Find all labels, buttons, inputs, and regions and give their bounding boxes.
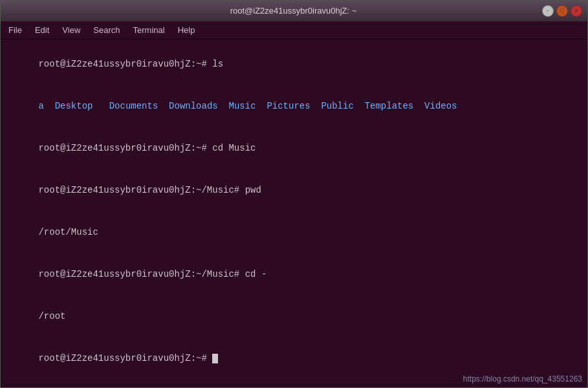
title-bar: root@iZ2ze41ussybr0iravu0hjZ: ~ – □ ✕ <box>1 1 587 21</box>
menu-item-file[interactable]: File <box>3 24 27 36</box>
prompt-1: root@iZ2ze41ussybr0iravu0hjZ:~# ls <box>38 59 223 69</box>
terminal-line-7: /root <box>6 296 582 338</box>
window-controls: – □ ✕ <box>542 5 582 17</box>
terminal-line-5: /root/Music <box>6 211 582 253</box>
terminal-window: root@iZ2ze41ussybr0iravu0hjZ: ~ – □ ✕ Fi… <box>0 0 588 388</box>
menu-item-edit[interactable]: Edit <box>30 24 54 36</box>
maximize-button[interactable]: □ <box>556 5 568 17</box>
prompt-3: root@iZ2ze41ussybr0iravu0hjZ:~# cd Music <box>38 143 256 153</box>
ls-item-public: Public <box>321 101 353 111</box>
ls-item-videos: Videos <box>424 101 457 111</box>
terminal-line-1: root@iZ2ze41ussybr0iravu0hjZ:~# ls <box>6 43 582 85</box>
menu-item-help[interactable]: Help <box>173 24 201 36</box>
menu-item-terminal[interactable]: Terminal <box>128 24 170 36</box>
prompt-6: root@iZ2ze41ussybr0iravu0hjZ:~/Music# cd… <box>38 269 267 279</box>
path-output-1: /root/Music <box>38 227 98 237</box>
ls-item-music: Music <box>229 101 256 111</box>
terminal-line-3: root@iZ2ze41ussybr0iravu0hjZ:~# cd Music <box>6 127 582 169</box>
menu-item-search[interactable]: Search <box>88 24 125 36</box>
close-button[interactable]: ✕ <box>571 5 582 17</box>
menu-item-view[interactable]: View <box>57 24 85 36</box>
terminal-line-6: root@iZ2ze41ussybr0iravu0hjZ:~/Music# cd… <box>6 253 582 296</box>
watermark: https://blog.csdn.net/qq_43551263 <box>463 374 582 383</box>
terminal-content[interactable]: root@iZ2ze41ussybr0iravu0hjZ:~# ls a Des… <box>1 39 587 387</box>
ls-item-downloads: Downloads <box>169 101 218 111</box>
ls-item-pictures: Pictures <box>267 101 310 111</box>
terminal-line-2: a Desktop Documents Downloads Music Pict… <box>6 85 582 127</box>
path-output-2: /root <box>38 311 65 321</box>
prompt-4: root@iZ2ze41ussybr0iravu0hjZ:~/Music# pw… <box>38 185 261 195</box>
ls-item-templates: Templates <box>365 101 414 111</box>
ls-item-desktop: Desktop <box>55 101 93 111</box>
menu-bar: FileEditViewSearchTerminalHelp <box>1 21 587 39</box>
cursor <box>212 354 218 363</box>
ls-item-documents: Documents <box>109 101 158 111</box>
prompt-8: root@iZ2ze41ussybr0iravu0hjZ:~# <box>38 353 212 363</box>
terminal-line-8: root@iZ2ze41ussybr0iravu0hjZ:~# <box>6 338 582 380</box>
terminal-line-4: root@iZ2ze41ussybr0iravu0hjZ:~/Music# pw… <box>6 169 582 211</box>
window-title: root@iZ2ze41ussybr0iravu0hjZ: ~ <box>45 6 542 16</box>
minimize-button[interactable]: – <box>542 5 554 17</box>
ls-item-a: a <box>38 101 43 111</box>
